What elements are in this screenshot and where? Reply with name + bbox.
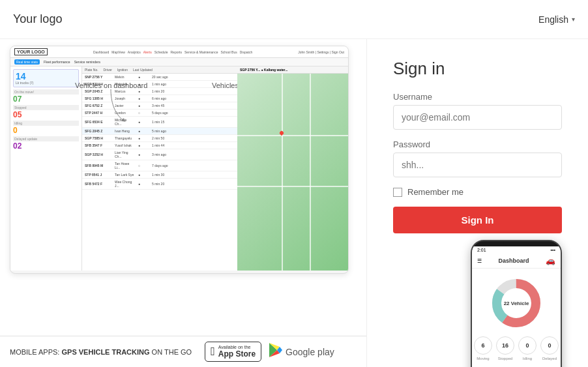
dash-performance-btn[interactable]: Fleet performance bbox=[44, 60, 70, 64]
google-play-badge[interactable]: Google play bbox=[269, 343, 334, 360]
language-selector[interactable]: English ▾ bbox=[538, 14, 575, 25]
plate: SGP 5214 H bbox=[85, 82, 111, 86]
mobile-bold: GPS VEHICLE TRACKING bbox=[61, 348, 149, 356]
vehicle-count-label: 22 Vehicle bbox=[504, 301, 529, 306]
table-row[interactable]: SGP 7585 HThangayelu●2 min 50 bbox=[82, 135, 237, 142]
dash-moving-group: On the move! 07 bbox=[13, 89, 79, 103]
ignition-icon: ● bbox=[138, 89, 148, 93]
google-play-icon bbox=[269, 343, 282, 360]
plate: STP 2447 H bbox=[85, 111, 111, 115]
dash-idling-group: Idling 0 bbox=[13, 121, 79, 134]
dash-idling-header: Idling bbox=[13, 121, 79, 126]
driver: Tan Lark Sye bbox=[115, 173, 134, 177]
table-row[interactable]: SGP 5214 HNicholas●1 min ago bbox=[82, 81, 237, 88]
phone-chart-area: 22 Vehicle 6 16 0 bbox=[472, 269, 561, 366]
dash-service-btn[interactable]: Service reminders bbox=[74, 60, 100, 64]
phone-stat-idling: 0 bbox=[518, 336, 537, 355]
dash-nav-service[interactable]: Service & Maintenance bbox=[184, 50, 218, 54]
dash-logo: YOUR LOGO bbox=[14, 48, 48, 55]
dash-nav-reports[interactable]: Reports bbox=[171, 50, 183, 54]
password-input[interactable] bbox=[393, 153, 562, 177]
driver: Gordon bbox=[115, 111, 134, 115]
table-row[interactable]: SGP 3252 HLian Ying Ch...●3 min ago bbox=[82, 149, 237, 160]
ignition-icon: ● bbox=[138, 153, 148, 156]
col-driver: Driver bbox=[104, 68, 112, 72]
dash-nav-dispatch[interactable]: Dispatch bbox=[240, 50, 252, 54]
remember-me-label: Remember me bbox=[407, 187, 463, 197]
plate: SFG 1385 H bbox=[85, 96, 111, 100]
status: 7 days ago bbox=[152, 164, 175, 168]
table-row[interactable]: SNP 2756 YMelvin●20 sec ago bbox=[82, 74, 237, 81]
status: 3 min 45 bbox=[152, 104, 175, 108]
table-row[interactable]: SFG 2045 ZIvan Heng●5 min ago bbox=[82, 128, 237, 135]
table-row[interactable]: SFG 6534 EMichelle Ch...●1 min 15 bbox=[82, 117, 237, 128]
driver: Javier bbox=[115, 104, 134, 108]
dash-nav-school[interactable]: School Bus bbox=[220, 50, 237, 54]
plate: SFG 2045 Z bbox=[85, 129, 111, 133]
bottom-bar: MOBILE APPS: GPS VEHICLE TRACKING ON THE… bbox=[0, 336, 366, 367]
ignition-icon: ● bbox=[138, 136, 148, 140]
driver: Yusof Ishak bbox=[115, 143, 134, 147]
app-store-name: App Store bbox=[218, 349, 256, 359]
delayed-count: 0 bbox=[548, 342, 551, 349]
table-row[interactable]: SFG 6752 ZJavier●3 min 45 bbox=[82, 102, 237, 110]
table-row[interactable]: SFB 8945 MTan Howe Li...○7 days ago bbox=[82, 160, 237, 171]
table-row[interactable]: SFG 1385 HJoseph●6 min ago bbox=[82, 95, 237, 102]
status: 5 min ago bbox=[152, 129, 175, 133]
right-section: Sign in Username Password Remember me Si… bbox=[366, 39, 588, 367]
ignition-icon: ● bbox=[138, 96, 148, 100]
driver: Melvin bbox=[115, 75, 134, 79]
dash-nav-mapview[interactable]: MapView bbox=[111, 50, 125, 54]
ignition-icon: ● bbox=[138, 120, 148, 124]
ignition-icon: ○ bbox=[138, 111, 148, 115]
dash-nav-dashboard[interactable]: Dashboard bbox=[93, 50, 109, 54]
table-row[interactable]: STP 2447 HGordon○5 days ago bbox=[82, 110, 237, 117]
col-plate: Plate No. bbox=[85, 68, 98, 72]
phone-stat-stopped: 16 bbox=[496, 336, 514, 355]
ignition-icon: ● bbox=[138, 143, 148, 147]
password-label: Password bbox=[393, 139, 562, 149]
app-store-badge[interactable]:  Available on the App Store bbox=[205, 342, 261, 362]
sign-in-button[interactable]: Sign In bbox=[393, 207, 562, 233]
plate: SGP 2045 Z bbox=[85, 89, 111, 93]
ignition-icon: ● bbox=[138, 173, 148, 177]
phone-stats-row: 6 16 0 0 bbox=[474, 336, 559, 355]
dash-vehicle-list: Plate No. Driver Ignition Last Updated S… bbox=[82, 66, 237, 271]
dash-total-number: 14 bbox=[16, 72, 76, 81]
phone-stat-moving: 6 bbox=[474, 336, 492, 355]
status: 6 min ago bbox=[152, 96, 175, 100]
dash-delayed-header: Delayed update bbox=[13, 136, 79, 141]
password-group: Password bbox=[393, 139, 562, 177]
driver: Michelle Ch... bbox=[115, 118, 134, 126]
moving-count: 6 bbox=[481, 342, 484, 349]
plate: SGP 7585 H bbox=[85, 136, 111, 140]
dash-realtime-btn[interactable]: Real time stats bbox=[14, 59, 40, 65]
dash-header: YOUR LOGO Dashboard MapView Analytics Al… bbox=[10, 46, 348, 58]
driver: Tan Howe Li... bbox=[115, 162, 134, 169]
ignition-icon: ● bbox=[138, 75, 148, 79]
username-input[interactable] bbox=[393, 105, 562, 130]
driver: Joseph bbox=[115, 96, 134, 100]
status: 1 min 44 bbox=[152, 143, 175, 147]
chevron-down-icon: ▾ bbox=[572, 16, 575, 23]
ignition-icon: ● bbox=[138, 104, 148, 108]
table-row[interactable]: STP 8541 JTan Lark Sye●1 min 30 bbox=[82, 171, 237, 179]
dash-nav-analytics[interactable]: Analytics bbox=[128, 50, 141, 54]
dash-sidebar: 14 Lk trucks (7) On the move! 07 Stopped… bbox=[10, 66, 82, 271]
table-row[interactable]: SFB 5472 FWee Chong J...●5 min 20 bbox=[82, 179, 237, 190]
driver: Thangayelu bbox=[115, 136, 134, 140]
remember-me-checkbox[interactable] bbox=[393, 188, 402, 197]
plate: SNP 2756 Y bbox=[85, 75, 111, 79]
car-icon: 🚗 bbox=[546, 256, 555, 265]
col-status: Last Updated bbox=[133, 68, 153, 72]
phone-dashboard-title: Dashboard bbox=[498, 257, 529, 264]
table-row[interactable]: SFB 3547 FYusof Ishak●1 min 44 bbox=[82, 142, 237, 149]
idling-count: 0 bbox=[525, 342, 529, 349]
dash-nav-schedule[interactable]: Schedule bbox=[154, 50, 168, 54]
header: Your logo English ▾ bbox=[0, 0, 588, 39]
dash-nav-alerts[interactable]: Alerts bbox=[143, 50, 152, 54]
table-row[interactable]: SGP 2045 ZMarcus●1 min 20 bbox=[82, 88, 237, 95]
driver: Marcus bbox=[115, 89, 134, 93]
dash-user: John Smith | Settings | Sign Out bbox=[298, 50, 344, 54]
ignition-icon: ● bbox=[138, 129, 148, 133]
